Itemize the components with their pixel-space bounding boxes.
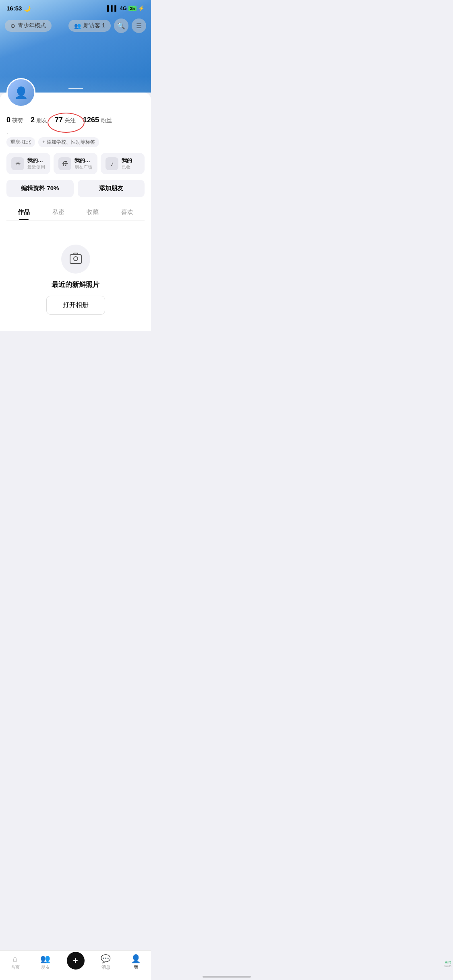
dot-indicator: 。	[6, 129, 145, 135]
mini-app-sub-2: 已收	[122, 164, 132, 170]
open-album-button[interactable]: 打开相册	[46, 296, 105, 315]
mini-app-icon-0: ✳	[11, 157, 24, 170]
network-label: 4G	[120, 5, 126, 11]
mini-apps-row: ✳ 我的小程序 最近使用 仔 我的仔仔 朋友广场 ♪ 我的 已收	[6, 153, 145, 174]
photo-icon	[68, 252, 83, 266]
following-count: 77	[55, 116, 63, 124]
mini-app-item-0[interactable]: ✳ 我的小程序 最近使用	[6, 153, 50, 174]
mini-app-item-2[interactable]: ♪ 我的 已收	[101, 153, 145, 174]
tab-private-label: 私密	[52, 208, 64, 215]
signal-icon: ▌▌▌	[107, 5, 118, 11]
svg-point-1	[74, 257, 78, 261]
new-visitor-button[interactable]: 👥 新访客 1	[68, 20, 111, 32]
add-friend-button[interactable]: 添加朋友	[78, 180, 145, 197]
action-buttons: 编辑资料 70% 添加朋友	[6, 180, 145, 197]
mini-app-sub-0: 最近使用	[27, 164, 46, 170]
status-bar: 16:53 🌙 ▌▌▌ 4G 35 ⚡	[0, 0, 151, 14]
youth-mode-button[interactable]: ⊙ 青少年模式	[5, 20, 52, 32]
empty-state: 最近的新鲜照片 打开相册	[0, 220, 151, 331]
tab-likes-label: 喜欢	[121, 208, 133, 215]
search-button[interactable]: 🔍	[114, 19, 128, 33]
edit-profile-button[interactable]: 编辑资料 70%	[6, 180, 74, 197]
visitor-icon: 👥	[74, 23, 81, 29]
likes-label: 获赞	[12, 117, 23, 124]
mini-app-text-1: 我的仔仔 朋友广场	[74, 157, 93, 170]
swipe-indicator	[68, 88, 83, 89]
youth-icon: ⊙	[10, 23, 15, 29]
likes-count: 0	[6, 116, 10, 124]
content-tabs: 作品 私密 收藏 喜欢	[6, 204, 145, 220]
followers-label: 粉丝	[101, 117, 112, 124]
following-stat[interactable]: 77 关注	[55, 116, 76, 124]
empty-state-title: 最近的新鲜照片	[52, 280, 99, 289]
following-label: 关注	[64, 117, 76, 124]
tab-likes[interactable]: 喜欢	[110, 204, 145, 220]
menu-button[interactable]: ☰	[132, 19, 146, 33]
youth-mode-label: 青少年模式	[18, 22, 46, 29]
tab-favorites[interactable]: 收藏	[76, 204, 110, 220]
followers-count: 1265	[83, 116, 99, 124]
mini-app-name-2: 我的	[122, 157, 132, 164]
mini-app-name-1: 我的仔仔	[74, 157, 93, 164]
mini-app-icon-2: ♪	[105, 157, 118, 170]
status-time: 16:53	[6, 5, 22, 12]
tab-private[interactable]: 私密	[41, 204, 76, 220]
mini-app-text-0: 我的小程序 最近使用	[27, 157, 46, 170]
battery-indicator: 35	[128, 6, 137, 11]
svg-rect-0	[70, 255, 81, 264]
empty-icon-circle	[61, 245, 90, 274]
menu-icon: ☰	[136, 22, 142, 30]
tab-works[interactable]: 作品	[6, 204, 41, 220]
mini-app-sub-1: 朋友广场	[74, 164, 93, 170]
search-icon: 🔍	[117, 22, 125, 30]
mini-app-text-2: 我的 已收	[122, 157, 132, 170]
location-tag[interactable]: 重庆·江北	[6, 137, 35, 147]
new-visitor-label: 新访客 1	[83, 22, 105, 29]
avatar: 👤	[6, 78, 35, 107]
profile-card: 0 获赞 2 朋友 77 关注 1265 粉丝 。 重庆·江北 + 添加学校、性…	[0, 93, 151, 220]
friends-count: 2	[31, 116, 35, 124]
stats-row: 0 获赞 2 朋友 77 关注 1265 粉丝	[6, 113, 145, 129]
mini-app-icon-1: 仔	[58, 157, 71, 170]
mini-app-item-1[interactable]: 仔 我的仔仔 朋友广场	[54, 153, 97, 174]
mini-app-name-0: 我的小程序	[27, 157, 46, 164]
tab-favorites-label: 收藏	[87, 208, 99, 215]
add-tag-label: + 添加学校、性别等标签	[42, 139, 95, 146]
followers-stat[interactable]: 1265 粉丝	[83, 116, 112, 124]
moon-icon: 🌙	[24, 5, 31, 12]
location-tags: 重庆·江北 + 添加学校、性别等标签	[6, 137, 145, 147]
add-tag-button[interactable]: + 添加学校、性别等标签	[38, 137, 99, 147]
tab-works-label: 作品	[18, 208, 30, 215]
likes-stat[interactable]: 0 获赞	[6, 116, 23, 124]
friends-label: 朋友	[36, 117, 48, 124]
friends-stat[interactable]: 2 朋友	[31, 116, 48, 124]
